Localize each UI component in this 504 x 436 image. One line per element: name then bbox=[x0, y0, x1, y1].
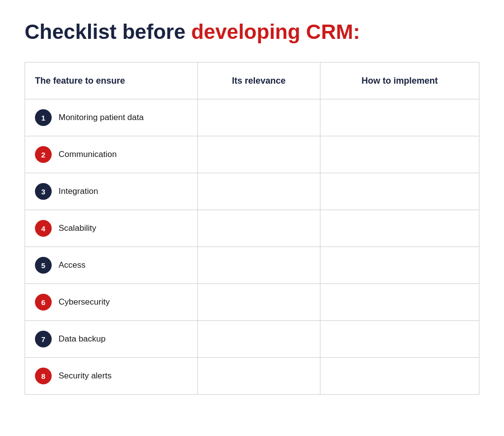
row-relevance-4 bbox=[197, 210, 320, 247]
col-header-feature: The feature to ensure bbox=[25, 62, 198, 99]
row-label-2: Communication bbox=[59, 150, 117, 159]
row-label-1: Monitoring patient data bbox=[59, 113, 144, 123]
row-feature-7: 7Data backup bbox=[25, 321, 198, 358]
row-relevance-3 bbox=[197, 173, 320, 210]
badge-3: 3 bbox=[35, 183, 52, 200]
row-label-6: Cybersecurity bbox=[59, 297, 110, 307]
row-relevance-2 bbox=[197, 136, 320, 173]
row-label-7: Data backup bbox=[59, 334, 105, 344]
row-relevance-6 bbox=[197, 284, 320, 321]
title-highlight: developing CRM: bbox=[191, 20, 360, 43]
badge-4: 4 bbox=[35, 220, 52, 237]
checklist-table: The feature to ensure Its relevance How … bbox=[25, 62, 479, 395]
row-implement-5 bbox=[320, 247, 479, 284]
row-implement-2 bbox=[320, 136, 479, 173]
row-label-3: Integration bbox=[59, 187, 98, 196]
badge-2: 2 bbox=[35, 146, 52, 163]
row-feature-1: 1Monitoring patient data bbox=[25, 99, 198, 136]
row-implement-4 bbox=[320, 210, 479, 247]
col-header-relevance: Its relevance bbox=[197, 62, 320, 99]
row-relevance-8 bbox=[197, 358, 320, 395]
row-feature-2: 2Communication bbox=[25, 136, 198, 173]
row-feature-5: 5Access bbox=[25, 247, 198, 284]
row-feature-4: 4Scalability bbox=[25, 210, 198, 247]
row-feature-8: 8Security alerts bbox=[25, 358, 198, 395]
table-row: 5Access bbox=[25, 247, 479, 284]
table-row: 7Data backup bbox=[25, 321, 479, 358]
page-container: Checklist before developing CRM: The fea… bbox=[25, 20, 479, 395]
badge-8: 8 bbox=[35, 368, 52, 384]
table-row: 2Communication bbox=[25, 136, 479, 173]
badge-5: 5 bbox=[35, 257, 52, 274]
row-implement-6 bbox=[320, 284, 479, 321]
table-row: 3Integration bbox=[25, 173, 479, 210]
table-row: 8Security alerts bbox=[25, 358, 479, 395]
row-implement-8 bbox=[320, 358, 479, 395]
row-implement-3 bbox=[320, 173, 479, 210]
table-row: 1Monitoring patient data bbox=[25, 99, 479, 136]
row-label-5: Access bbox=[59, 260, 86, 270]
table-row: 6Cybersecurity bbox=[25, 284, 479, 321]
row-label-4: Scalability bbox=[59, 223, 96, 233]
title-prefix: Checklist before bbox=[25, 20, 191, 43]
row-feature-6: 6Cybersecurity bbox=[25, 284, 198, 321]
row-label-8: Security alerts bbox=[59, 371, 112, 381]
row-relevance-1 bbox=[197, 99, 320, 136]
badge-7: 7 bbox=[35, 331, 52, 347]
row-implement-7 bbox=[320, 321, 479, 358]
badge-6: 6 bbox=[35, 294, 52, 311]
row-feature-3: 3Integration bbox=[25, 173, 198, 210]
table-header-row: The feature to ensure Its relevance How … bbox=[25, 62, 479, 99]
badge-1: 1 bbox=[35, 109, 52, 126]
row-relevance-7 bbox=[197, 321, 320, 358]
table-row: 4Scalability bbox=[25, 210, 479, 247]
row-relevance-5 bbox=[197, 247, 320, 284]
row-implement-1 bbox=[320, 99, 479, 136]
col-header-implement: How to implement bbox=[320, 62, 479, 99]
page-title: Checklist before developing CRM: bbox=[25, 20, 479, 44]
